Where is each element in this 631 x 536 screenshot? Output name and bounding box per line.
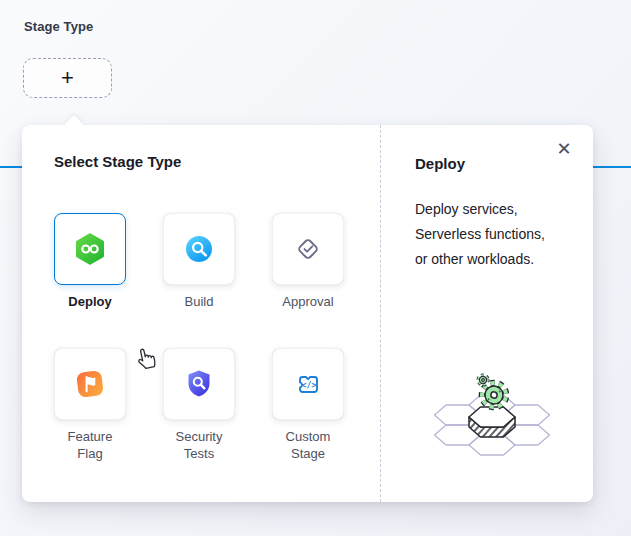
popover-caret [64, 115, 84, 135]
detail-description: Deploy services, Serverless functions, o… [415, 197, 545, 272]
ci-magnifier-circle-icon [182, 232, 216, 266]
detail-description-line: Serverless functions, [415, 222, 545, 247]
stage-cell-build: Build [163, 213, 235, 310]
stage-type-grid: Deploy Build [54, 213, 344, 462]
close-button[interactable]: ✕ [550, 135, 578, 163]
stage-cell-approval: Approval [272, 213, 344, 310]
stage-cell-feature-flag: Feature Flag [54, 348, 126, 462]
hexagons-gear-sketch-illustration [412, 365, 592, 470]
stage-card-build[interactable] [163, 213, 235, 285]
svg-text:</>: </> [302, 380, 317, 390]
stage-card-custom-stage[interactable]: </> [272, 348, 344, 420]
approval-check-diamond-icon [291, 232, 325, 266]
stage-card-security-tests[interactable] [163, 348, 235, 420]
add-stage-button[interactable]: + [23, 58, 112, 98]
stage-card-feature-flag[interactable] [54, 348, 126, 420]
stage-cell-deploy: Deploy [54, 213, 126, 310]
cd-infinity-hexagon-icon [72, 231, 108, 267]
stage-cell-custom-stage: </> Custom Stage [272, 348, 344, 462]
close-icon: ✕ [556, 138, 571, 160]
panel-divider [380, 125, 381, 502]
stage-label-deploy: Deploy [54, 293, 126, 310]
popover-title: Select Stage Type [54, 153, 181, 170]
detail-title: Deploy [415, 155, 465, 172]
stage-label-custom-stage: Custom Stage [272, 428, 344, 462]
detail-description-line: Deploy services, [415, 197, 545, 222]
stage-type-label: Stage Type [24, 19, 93, 34]
feature-flag-icon [72, 366, 108, 402]
stage-card-approval[interactable] [272, 213, 344, 285]
plus-icon: + [61, 65, 74, 91]
detail-description-line: or other workloads. [415, 247, 545, 272]
stage-cell-security-tests: Security Tests [163, 348, 235, 462]
stage-label-build: Build [163, 293, 235, 310]
security-shield-magnifier-icon [182, 367, 216, 401]
stage-label-approval: Approval [272, 293, 344, 310]
hand-pointer-cursor-icon [133, 342, 163, 372]
stage-label-feature-flag: Feature Flag [54, 428, 126, 462]
stage-label-security-tests: Security Tests [163, 428, 235, 462]
stage-card-deploy[interactable] [54, 213, 126, 285]
select-stage-popover: Select Stage Type ✕ [22, 125, 593, 502]
custom-stage-code-icon: </> [290, 366, 326, 402]
